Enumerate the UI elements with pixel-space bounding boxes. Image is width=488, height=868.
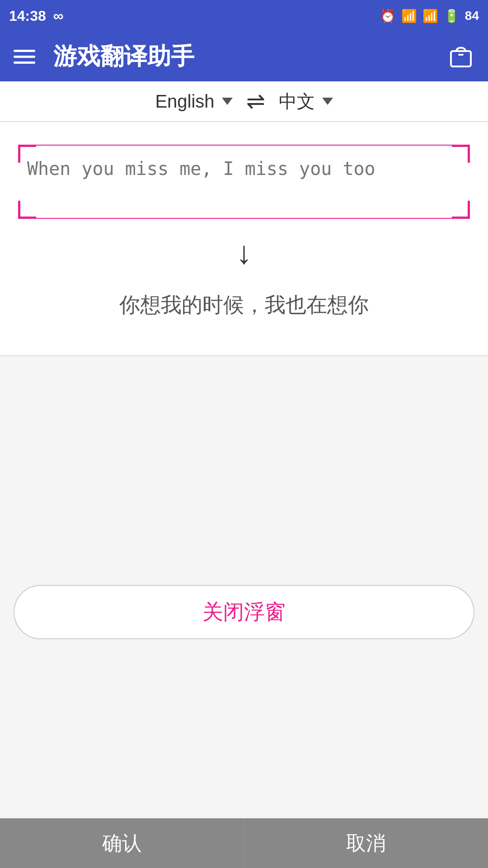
source-lang-chevron-icon — [222, 98, 233, 105]
source-language-label: English — [155, 91, 214, 112]
down-arrow-container: ↓ — [18, 237, 470, 269]
wifi-signal-icon: 📶 — [422, 9, 438, 24]
cancel-label: 取消 — [346, 830, 386, 857]
swap-languages-icon[interactable]: ⇌ — [246, 88, 265, 114]
target-lang-chevron-icon — [322, 98, 333, 105]
hline-bottom-decoration — [36, 218, 452, 219]
down-arrow-icon: ↓ — [236, 237, 252, 269]
corner-tr-decoration — [452, 145, 470, 163]
status-infinity: ∞ — [53, 8, 64, 24]
app-header: 游戏翻译助手 — [0, 32, 488, 81]
cancel-button[interactable]: 取消 — [244, 818, 488, 868]
corner-tl-decoration — [18, 145, 36, 163]
source-text-input[interactable] — [18, 145, 470, 217]
battery-level: 84 — [465, 9, 479, 23]
confirm-label: 确认 — [102, 830, 142, 857]
hline-top-decoration — [36, 145, 452, 146]
close-float-button[interactable]: 关闭浮窗 — [14, 585, 474, 639]
input-box-wrapper — [18, 145, 470, 219]
menu-button[interactable] — [14, 50, 35, 64]
alarm-icon: ⏰ — [380, 9, 396, 24]
svg-rect-0 — [451, 51, 471, 66]
language-bar: English ⇌ 中文 — [0, 81, 488, 122]
bag-button[interactable] — [447, 42, 474, 71]
status-bar: 14:38 ∞ ⏰ 📶 📶 🔋 84 — [0, 0, 488, 32]
battery-icon: 🔋 — [444, 9, 460, 24]
target-language-selector[interactable]: 中文 — [279, 89, 333, 114]
bottom-bar: 确认 取消 — [0, 818, 488, 868]
empty-area — [0, 356, 488, 567]
translation-result: 你想我的时候，我也在想你 — [18, 282, 470, 328]
svg-rect-1 — [458, 54, 464, 56]
corner-br-decoration — [452, 201, 470, 219]
confirm-button[interactable]: 确认 — [0, 818, 244, 868]
source-language-selector[interactable]: English — [155, 91, 232, 112]
corner-bl-decoration — [18, 201, 36, 219]
close-float-label: 关闭浮窗 — [202, 598, 286, 626]
target-language-label: 中文 — [279, 89, 315, 114]
signal-icon: 📶 — [401, 9, 417, 24]
main-content: ↓ 你想我的时候，我也在想你 — [0, 122, 488, 356]
app-title: 游戏翻译助手 — [53, 41, 429, 72]
status-right: ⏰ 📶 📶 🔋 84 — [380, 9, 479, 24]
status-left: 14:38 ∞ — [9, 8, 64, 24]
status-time: 14:38 — [9, 8, 46, 24]
